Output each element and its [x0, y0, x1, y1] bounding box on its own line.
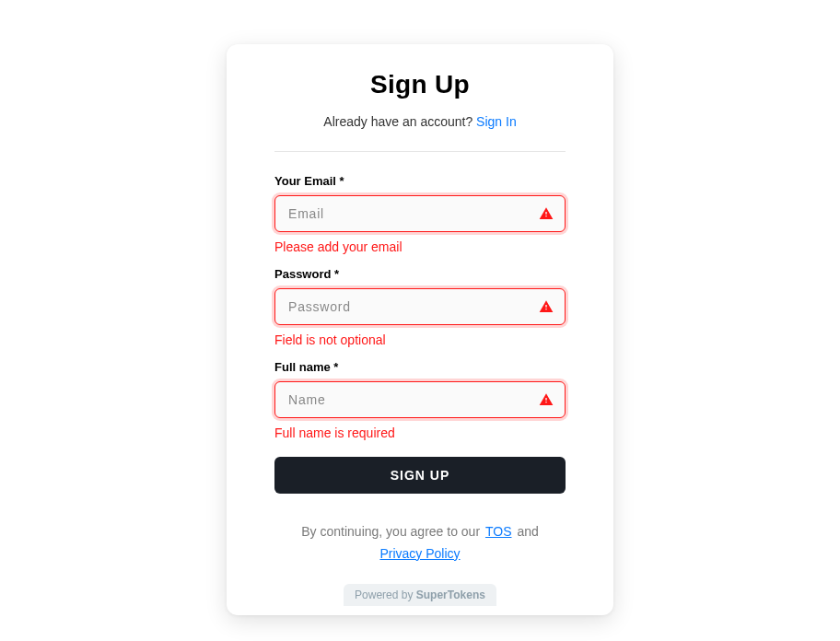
password-error: Field is not optional	[274, 332, 566, 347]
password-label: Password *	[274, 267, 566, 281]
card-body: Sign Up Already have an account? Sign In…	[227, 70, 613, 584]
error-icon	[539, 392, 554, 407]
divider	[274, 151, 566, 152]
subtitle-text: Already have an account?	[323, 114, 476, 129]
signup-card: Sign Up Already have an account? Sign In…	[227, 44, 613, 615]
fullname-label: Full name *	[274, 360, 566, 374]
password-input-wrap	[274, 288, 566, 325]
powered-badge[interactable]: Powered by SuperTokens	[344, 584, 496, 606]
page-title: Sign Up	[274, 70, 566, 99]
powered-by: Powered by SuperTokens	[227, 584, 613, 615]
subtitle: Already have an account? Sign In	[274, 114, 566, 129]
consent-middle: and	[517, 524, 538, 539]
powered-brand: SuperTokens	[416, 589, 485, 601]
signin-link[interactable]: Sign In	[476, 114, 517, 129]
tos-link[interactable]: TOS	[485, 524, 512, 539]
fullname-input-wrap	[274, 381, 566, 418]
email-error: Please add your email	[274, 239, 566, 254]
email-label: Your Email *	[274, 174, 566, 188]
fullname-error: Full name is required	[274, 425, 566, 440]
error-icon	[539, 299, 554, 314]
password-input[interactable]	[275, 289, 539, 324]
consent-prefix: By continuing, you agree to our	[301, 524, 484, 539]
privacy-link[interactable]: Privacy Policy	[379, 546, 460, 561]
email-input[interactable]	[275, 196, 539, 231]
email-input-wrap	[274, 195, 566, 232]
error-icon	[539, 206, 554, 221]
consent-text: By continuing, you agree to our TOS and …	[274, 521, 566, 584]
powered-prefix: Powered by	[355, 589, 416, 601]
signup-button[interactable]: SIGN UP	[274, 457, 566, 494]
fullname-input[interactable]	[275, 382, 539, 417]
